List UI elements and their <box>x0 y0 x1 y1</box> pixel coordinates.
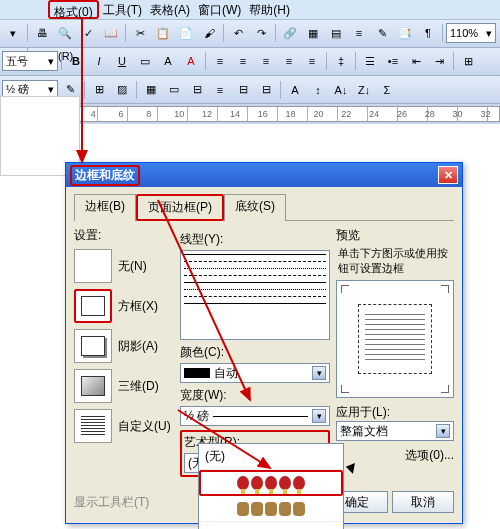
hyperlink-icon[interactable]: 🔗 <box>279 22 301 44</box>
sort-asc-icon[interactable]: A↓ <box>330 79 352 101</box>
text-direction-icon[interactable]: ↕ <box>307 79 329 101</box>
cancel-button[interactable]: 取消 <box>392 491 454 513</box>
print-preview-icon[interactable]: 🔍 <box>54 22 76 44</box>
underline-icon[interactable]: U <box>111 50 133 72</box>
align-center-icon[interactable]: ≡ <box>232 50 254 72</box>
dropdown-icon[interactable]: ▾ <box>2 22 24 44</box>
align-left-icon[interactable]: ≡ <box>209 50 231 72</box>
setting-box[interactable]: 方框(X) <box>74 286 174 326</box>
excel-icon[interactable]: ▤ <box>325 22 347 44</box>
setting-none[interactable]: 无(N) <box>74 246 174 286</box>
line-style-listbox[interactable] <box>180 250 330 340</box>
copy-icon[interactable]: 📋 <box>152 22 174 44</box>
dialog-title: 边框和底纹 <box>70 165 140 186</box>
border-btn-icon[interactable]: ▭ <box>134 50 156 72</box>
numbering-icon[interactable]: ☰ <box>359 50 381 72</box>
tab-strip: 边框(B) 页面边框(P) 底纹(S) <box>66 187 462 220</box>
show-marks-icon[interactable]: ¶ <box>417 22 439 44</box>
art-option-misc[interactable] <box>199 522 343 529</box>
setting-shadow[interactable]: 阴影(A) <box>74 326 174 366</box>
setting-3d[interactable]: 三维(D) <box>74 366 174 406</box>
merge-icon[interactable]: ▭ <box>163 79 185 101</box>
menu-help[interactable]: 帮助(H) <box>245 0 294 19</box>
close-icon[interactable]: ✕ <box>438 166 458 184</box>
menu-format[interactable]: 格式(0) <box>48 0 99 19</box>
undo-icon[interactable]: ↶ <box>227 22 249 44</box>
columns-icon[interactable]: ≡ <box>348 22 370 44</box>
art-option-lanterns[interactable] <box>199 470 343 496</box>
preview-label: 预览 <box>336 227 454 244</box>
distribute-cols-icon[interactable]: ⊟ <box>255 79 277 101</box>
align-cell-icon[interactable]: ≡ <box>209 79 231 101</box>
sort-desc-icon[interactable]: Z↓ <box>353 79 375 101</box>
horizontal-ruler[interactable]: 24 68 1012 1416 1820 2224 2628 3032 <box>34 106 500 122</box>
preview-help: 单击下方图示或使用按钮可设置边框 <box>338 246 454 276</box>
align-right-icon[interactable]: ≡ <box>255 50 277 72</box>
width-combo[interactable]: ½ 磅▾ <box>180 406 330 426</box>
color-combo[interactable]: 自动▾ <box>180 363 330 383</box>
color-label: 颜色(C): <box>180 344 330 361</box>
setting-custom[interactable]: 自定义(U) <box>74 406 174 446</box>
borders-icon[interactable]: ⊞ <box>457 50 479 72</box>
tab-border[interactable]: 边框(B) <box>74 194 136 221</box>
art-option-people[interactable] <box>199 496 343 522</box>
show-toolbar-link[interactable]: 显示工具栏(T) <box>74 494 149 511</box>
settings-label: 设置: <box>74 227 174 244</box>
line-spacing-icon[interactable]: ‡ <box>330 50 352 72</box>
outdent-icon[interactable]: ⇤ <box>405 50 427 72</box>
width-label: 宽度(W): <box>180 387 330 404</box>
menu-window[interactable]: 窗口(W) <box>194 0 245 19</box>
indent-icon[interactable]: ⇥ <box>428 50 450 72</box>
menu-table[interactable]: 表格(A) <box>146 0 194 19</box>
bold-icon[interactable]: B <box>65 50 87 72</box>
dialog-titlebar[interactable]: 边框和底纹 ✕ <box>66 163 462 187</box>
tab-page-border[interactable]: 页面边框(P) <box>136 194 224 221</box>
distribute-icon[interactable]: ≡ <box>301 50 323 72</box>
bullets-icon[interactable]: •≡ <box>382 50 404 72</box>
autosum-icon[interactable]: Σ <box>376 79 398 101</box>
align-justify-icon[interactable]: ≡ <box>278 50 300 72</box>
style-label: 线型(Y): <box>180 231 330 248</box>
border-style-icon[interactable]: ⊞ <box>88 79 110 101</box>
autoformat-icon[interactable]: A <box>284 79 306 101</box>
drawing-icon[interactable]: ✎ <box>371 22 393 44</box>
mouse-cursor-icon <box>348 462 362 480</box>
italic-icon[interactable]: I <box>88 50 110 72</box>
split-icon[interactable]: ⊟ <box>186 79 208 101</box>
menu-bar: 格式(0) 工具(T) 表格(A) 窗口(W) 帮助(H) <box>0 0 500 20</box>
char-border-icon[interactable]: A <box>180 50 202 72</box>
paste-icon[interactable]: 📄 <box>175 22 197 44</box>
char-shading-icon[interactable]: A <box>157 50 179 72</box>
apply-label: 应用于(L): <box>336 404 454 421</box>
shading-icon[interactable]: ▨ <box>111 79 133 101</box>
tab-shading[interactable]: 底纹(S) <box>224 194 286 221</box>
research-icon[interactable]: 📖 <box>100 22 122 44</box>
menu-tools[interactable]: 工具(T) <box>99 0 146 19</box>
art-option-none[interactable]: (无) <box>199 444 343 470</box>
print-icon[interactable]: 🖶 <box>31 22 53 44</box>
cut-icon[interactable]: ✂ <box>129 22 151 44</box>
toolbar-main: ▾ 🖶 🔍 ✓ 📖 ✂ 📋 📄 🖌 ↶ ↷ 🔗 ▦ ▤ ≡ ✎ 📑 ¶ 110%… <box>0 20 500 48</box>
redo-icon[interactable]: ↷ <box>250 22 272 44</box>
apply-combo[interactable]: 整篇文档▾ <box>336 421 454 441</box>
fontsize-combo[interactable]: 五号▾ <box>2 51 58 71</box>
art-dropdown-list[interactable]: (无) <box>198 443 344 529</box>
spell-icon[interactable]: ✓ <box>77 22 99 44</box>
toolbar-format: 五号▾ B I U ▭ A A ≡ ≡ ≡ ≡ ≡ ‡ ☰ •≡ ⇤ ⇥ ⊞ ✎… <box>0 48 500 76</box>
insert-table-icon[interactable]: ▦ <box>140 79 162 101</box>
distribute-rows-icon[interactable]: ⊟ <box>232 79 254 101</box>
zoom-combo[interactable]: 110%▾ <box>446 23 496 43</box>
format-painter-icon[interactable]: 🖌 <box>198 22 220 44</box>
preview-area[interactable] <box>336 280 454 398</box>
docmap-icon[interactable]: 📑 <box>394 22 416 44</box>
table-icon[interactable]: ▦ <box>302 22 324 44</box>
